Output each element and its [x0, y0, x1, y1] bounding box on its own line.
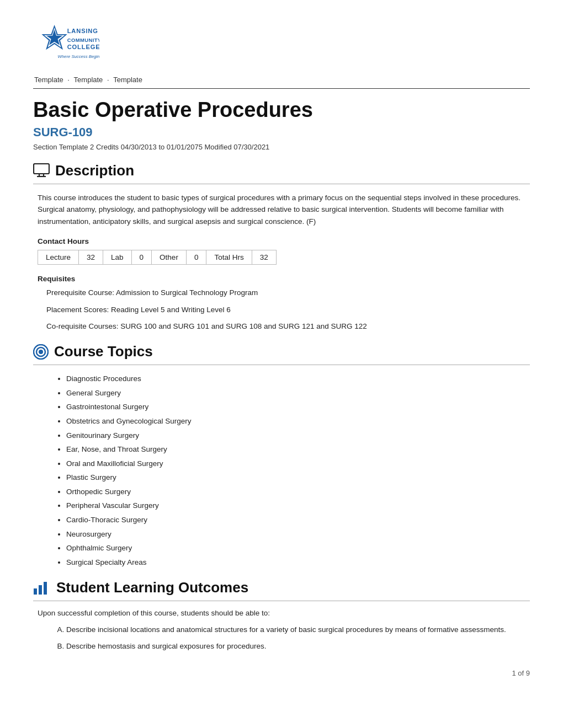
contact-hours-table: Lecture 32 Lab 0 Other 0 Total Hrs 32 — [38, 250, 277, 265]
lab-value: 0 — [131, 250, 152, 265]
list-item: Diagnostic Procedures — [66, 373, 530, 385]
lecture-label: Lecture — [38, 250, 79, 265]
course-topics-divider — [33, 365, 530, 365]
requisite-item-3: Co-requisite Courses: SURG 100 and SURG … — [46, 321, 530, 332]
contact-hours-label: Contact Hours — [38, 237, 530, 245]
list-item: Surgical Specialty Areas — [66, 556, 530, 569]
description-section: Description This course introduces the s… — [33, 162, 530, 333]
course-topics-heading-text: Course Topics — [54, 343, 153, 360]
page-header: LANSING COMMUNITY COLLEGE Where Success … — [33, 0, 530, 88]
list-item: Describe incisional locations and anatom… — [66, 624, 530, 636]
breadcrumb: Template · Template · Template — [33, 76, 530, 84]
chart-bars-icon — [33, 581, 51, 595]
course-topics-heading: Course Topics — [33, 343, 530, 360]
contact-hours-row: Lecture 32 Lab 0 Other 0 Total Hrs 32 — [38, 250, 277, 265]
lecture-value: 32 — [79, 250, 103, 265]
slo-heading: Student Learning Outcomes — [33, 579, 530, 596]
course-title: Basic Operative Procedures — [33, 98, 530, 123]
bullseye-icon — [33, 344, 49, 360]
list-item: Peripheral Vascular Surgery — [66, 500, 530, 512]
svg-point-13 — [39, 350, 43, 354]
total-hrs-label: Total Hrs — [206, 250, 252, 265]
description-text: This course introduces the student to ba… — [38, 192, 525, 228]
lcc-logo: LANSING COMMUNITY COLLEGE Where Success … — [33, 17, 99, 69]
list-item: Describe hemostasis and surgical exposur… — [66, 640, 530, 652]
nav-separator-1: · — [66, 76, 72, 84]
course-meta: Section Template 2 Credits 04/30/2013 to… — [33, 143, 530, 151]
description-heading-text: Description — [55, 162, 134, 179]
svg-text:COMMUNITY: COMMUNITY — [67, 37, 99, 43]
nav-item-1[interactable]: Template — [34, 76, 63, 84]
student-learning-outcomes-section: Student Learning Outcomes Upon successfu… — [33, 579, 530, 652]
other-label: Other — [152, 250, 187, 265]
list-item: Genitourinary Surgery — [66, 430, 530, 442]
svg-rect-14 — [34, 588, 37, 595]
page-number: 1 of 9 — [33, 669, 530, 677]
topics-list: Diagnostic Procedures General Surgery Ga… — [66, 373, 530, 568]
svg-rect-7 — [34, 164, 49, 174]
svg-text:COLLEGE: COLLEGE — [67, 44, 99, 51]
list-item: Obstetrics and Gynecological Surgery — [66, 415, 530, 427]
svg-rect-15 — [39, 585, 42, 595]
logo-area: LANSING COMMUNITY COLLEGE Where Success … — [33, 17, 530, 69]
description-heading: Description — [33, 162, 530, 179]
slo-heading-text: Student Learning Outcomes — [56, 579, 248, 596]
list-item: Plastic Surgery — [66, 472, 530, 484]
list-item: Cardio-Thoracic Surgery — [66, 514, 530, 526]
lab-label: Lab — [103, 250, 132, 265]
list-item: Ear, Nose, and Throat Surgery — [66, 443, 530, 456]
list-item: Gastrointestonal Surgery — [66, 401, 530, 413]
slo-intro: Upon successful completion of this cours… — [38, 609, 530, 617]
course-topics-section: Course Topics Diagnostic Procedures Gene… — [33, 343, 530, 568]
other-value: 0 — [186, 250, 206, 265]
svg-rect-16 — [44, 582, 47, 595]
nav-separator-2: · — [105, 76, 111, 84]
requisite-item-1: Prerequisite Course: Admission to Surgic… — [46, 287, 530, 298]
requisites-label: Requisites — [38, 275, 530, 283]
list-item: Orthopedic Surgery — [66, 486, 530, 498]
nav-item-3[interactable]: Template — [113, 76, 142, 84]
list-item: General Surgery — [66, 387, 530, 399]
outcomes-list: Describe incisional locations and anatom… — [66, 624, 530, 652]
list-item: Oral and Maxilloficial Surgery — [66, 458, 530, 470]
requisite-item-2: Placement Scores: Reading Level 5 and Wr… — [46, 304, 530, 315]
header-divider — [33, 88, 530, 89]
course-code: SURG-109 — [33, 125, 530, 140]
list-item: Neurosurgery — [66, 528, 530, 540]
svg-text:Where Success Begins: Where Success Begins — [58, 54, 99, 59]
total-hrs-value: 32 — [252, 250, 276, 265]
description-divider — [33, 184, 530, 184]
list-item: Ophthalmic Surgery — [66, 542, 530, 554]
nav-item-2[interactable]: Template — [74, 76, 103, 84]
monitor-icon — [33, 163, 50, 178]
slo-divider — [33, 601, 530, 601]
svg-text:LANSING: LANSING — [67, 28, 98, 34]
